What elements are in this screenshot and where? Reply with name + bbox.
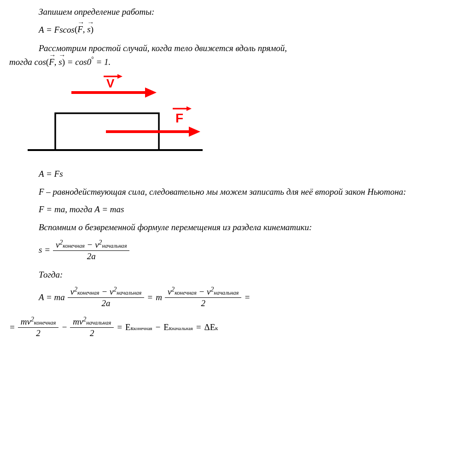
eq4-num-v1-sub: конечная [63, 243, 85, 249]
svg-marker-9 [187, 106, 192, 111]
svg-marker-7 [189, 127, 200, 137]
eq6-minus: − [61, 321, 67, 334]
p2b-eq2: = 1. [94, 57, 111, 67]
p2b-cos: cos [35, 57, 46, 67]
eq1-cos: cos [63, 23, 75, 36]
eq6-minus2: − [155, 321, 161, 334]
p2b-deg: ° [91, 56, 93, 63]
eq4-minus: − [87, 240, 95, 250]
diagram-label-V: V [106, 76, 115, 90]
p2b-zero: 0 [87, 57, 92, 67]
equation-displacement: s = v2конечная − v2начальная 2a [9, 238, 440, 262]
eq6-Ek-fin: Eкконечная [125, 321, 152, 334]
equation-work-definition: A = Fscos(F, s) [9, 23, 440, 36]
paragraph-simple-case-l1: Рассмотрим простой случай, когда тело дв… [9, 42, 440, 55]
p2b-vec-s: s [58, 56, 62, 69]
eq5-eq1: = [147, 291, 153, 304]
paragraph-intro: Запишем определение работы: [9, 6, 440, 18]
eq6-eq2: = [196, 321, 202, 334]
eq5-tail-eq: = [244, 291, 250, 304]
p2b-vec-F: F [49, 56, 54, 69]
paragraph-kinematics: Вспомним о безвременной формуле перемеще… [9, 221, 440, 234]
force-velocity-diagram: V F [28, 72, 440, 163]
eq1-vec-F: F [77, 23, 83, 36]
eq1-vec-s: s [87, 23, 90, 36]
equation-Fma-Amas: F = ma, тогда A = mas [9, 203, 440, 216]
equation-A-Fs: A = Fs [9, 168, 440, 180]
p2b-cos0: cos [75, 57, 87, 67]
eq6-Ek-ini: Eкначальная [163, 321, 192, 334]
eq4-num-v2: v [95, 240, 99, 250]
eq6-eq1: = [117, 321, 122, 334]
diagram-svg: V F [28, 72, 203, 159]
eq4-den: 2a [53, 251, 130, 262]
paragraph-simple-case-l2: тогда cos(F, s) = cos0° = 1. [9, 56, 440, 69]
paragraph-newton: F – равнодействующая сила, следовательно… [9, 186, 440, 198]
svg-marker-5 [117, 74, 122, 79]
eq6-dEk: ΔEк [204, 321, 218, 334]
equation-work-final: = mv2конечная 2 − mv2начальная 2 = Eккон… [9, 315, 440, 339]
paragraph-then: Тогда: [9, 268, 440, 281]
eq4-num-v2-sub: начальная [102, 243, 127, 249]
p2b-pre: тогда [9, 57, 35, 67]
eq1-lhs: A = Fs [39, 23, 63, 36]
eq5-A-eq-ma: A = ma [39, 291, 65, 304]
diagram-label-F: F [175, 111, 183, 125]
equation-work-expanded: A = ma v2конечная − v2начальная 2a = m v… [9, 285, 440, 309]
svg-marker-3 [145, 87, 157, 98]
eq5-m: m [156, 291, 162, 304]
eq4-s-eq: s = [39, 244, 50, 256]
eq6-lead-eq: = [9, 321, 15, 334]
p2b-eq: = [65, 57, 75, 67]
